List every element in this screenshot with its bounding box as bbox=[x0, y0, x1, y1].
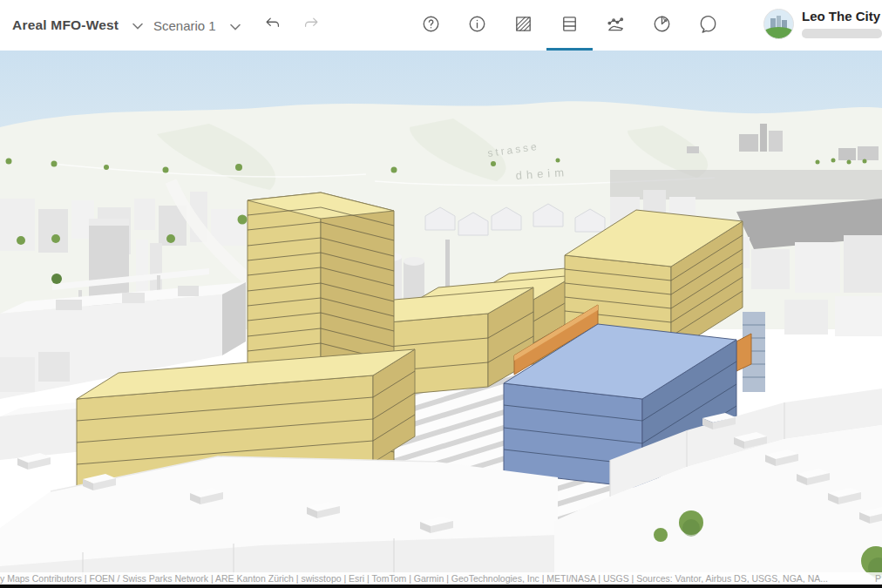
floors-table-button[interactable] bbox=[546, 0, 593, 51]
info-icon bbox=[467, 14, 487, 37]
avatar bbox=[763, 9, 794, 43]
attribution-bar: y Maps Contributors | FOEN / Swiss Parks… bbox=[0, 572, 882, 585]
scene-viewport[interactable]: strasse dheim bbox=[0, 51, 882, 588]
help-button[interactable] bbox=[408, 0, 454, 51]
user-menu[interactable]: Leo The City bbox=[763, 9, 882, 43]
stacked-rows-icon bbox=[560, 14, 580, 37]
top-toolbar: Areal MFO-West Scenario 1 bbox=[0, 0, 882, 51]
dashboard-button[interactable] bbox=[639, 0, 685, 51]
redo-button[interactable] bbox=[302, 15, 321, 37]
project-selector[interactable]: Areal MFO-West bbox=[12, 0, 143, 51]
scenario-selector[interactable]: Scenario 1 bbox=[153, 0, 241, 51]
project-title: Areal MFO-West bbox=[12, 17, 119, 33]
attribution-text: y Maps Contributors | FOEN / Swiss Parks… bbox=[0, 573, 863, 584]
terrain-stats-button[interactable] bbox=[593, 0, 639, 51]
redo-icon bbox=[302, 15, 321, 37]
bottom-black-strip bbox=[0, 585, 882, 588]
hatched-square-icon bbox=[513, 14, 533, 37]
info-button[interactable] bbox=[454, 0, 500, 51]
user-name: Leo The City bbox=[802, 9, 882, 24]
arcgis-urban-app: Areal MFO-West Scenario 1 bbox=[0, 0, 882, 588]
powered-by-esri-partial[interactable]: P bbox=[875, 573, 881, 584]
view-mode-tabs bbox=[408, 0, 731, 51]
undo-button[interactable] bbox=[263, 15, 282, 37]
points-over-mound-icon bbox=[606, 14, 626, 37]
zoning-overlay-button[interactable] bbox=[500, 0, 546, 51]
scenario-title: Scenario 1 bbox=[153, 18, 216, 33]
undo-icon bbox=[263, 15, 282, 37]
chevron-down-icon bbox=[230, 18, 241, 33]
speech-bubble-icon bbox=[698, 14, 718, 37]
pie-chart-icon bbox=[652, 14, 672, 37]
help-icon bbox=[421, 14, 441, 37]
comments-button[interactable] bbox=[685, 0, 731, 51]
user-subtitle-redacted bbox=[802, 29, 882, 38]
chevron-down-icon bbox=[132, 17, 143, 33]
